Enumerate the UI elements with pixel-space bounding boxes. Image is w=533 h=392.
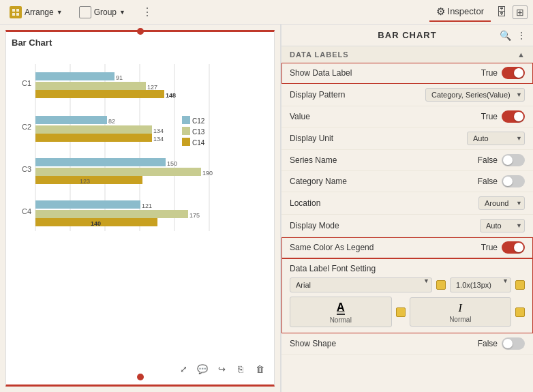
- data-labels-section-header: DATA LABELS ▲: [281, 46, 533, 63]
- delete-button[interactable]: 🗑: [252, 361, 267, 376]
- same-color-legend-value: True: [481, 243, 498, 252]
- svg-rect-44: [182, 116, 190, 124]
- copy-button[interactable]: ⎘: [233, 361, 248, 376]
- same-color-legend-row: Same Color As Legend True: [281, 237, 533, 258]
- svg-rect-20: [35, 72, 115, 80]
- arrange-icon: [10, 6, 22, 18]
- display-pattern-right: Category, Series(Value) Value Category S…: [425, 88, 525, 102]
- display-pattern-select[interactable]: Category, Series(Value) Value Category S…: [425, 88, 525, 102]
- data-labels-title: DATA LABELS: [290, 50, 349, 59]
- italic-button[interactable]: I Normal: [410, 297, 512, 327]
- show-shape-right: False: [478, 337, 525, 350]
- arrange-chevron-icon: ▼: [57, 9, 63, 16]
- value-row: Value True: [281, 106, 533, 127]
- gear-icon: ⚙: [436, 5, 445, 18]
- group-button[interactable]: Group ▼: [75, 3, 130, 21]
- main-area: Bar Chart C1 C2 C3 C4 0 40 80 120: [0, 25, 533, 392]
- font-family-select[interactable]: Arial Times New Roman Verdana Calibri: [290, 277, 432, 292]
- display-unit-row: Display Unit Auto Thousands Millions Bil…: [281, 127, 533, 150]
- svg-text:150: 150: [167, 160, 177, 167]
- inspector-panel-title: BAR CHART: [378, 30, 436, 40]
- arrange-button[interactable]: Arrange ▼: [5, 3, 67, 21]
- value-label: Value: [290, 112, 310, 121]
- italic-color-swatch[interactable]: [515, 307, 525, 317]
- svg-rect-30: [35, 134, 152, 142]
- display-mode-select-wrapper: Auto Normal All ▼: [480, 219, 525, 232]
- svg-text:C2: C2: [22, 123, 31, 131]
- svg-text:148: 148: [166, 92, 176, 99]
- side-panel-icon[interactable]: ⊞: [513, 5, 528, 19]
- show-data-label-toggle[interactable]: [502, 67, 525, 79]
- svg-text:40: 40: [66, 234, 74, 235]
- font-size-select[interactable]: 1.0x(13px) 0.8x(10px) 1.2x(16px) 1.5x(20…: [450, 277, 511, 292]
- inspector-tab[interactable]: ⚙ Inspector: [429, 3, 491, 22]
- svg-text:0: 0: [33, 234, 37, 235]
- more-options-button[interactable]: ⋮: [138, 5, 157, 18]
- show-data-label-label: Show Data Label: [290, 68, 352, 78]
- location-right: Around Inside Outside Center ▼: [478, 196, 525, 210]
- display-mode-row: Display Mode Auto Normal All ▼: [281, 215, 533, 237]
- display-mode-right: Auto Normal All ▼: [480, 219, 525, 232]
- chart-top-handle[interactable]: [137, 28, 144, 35]
- italic-label: Normal: [449, 316, 471, 323]
- location-label: Location: [290, 198, 320, 208]
- category-name-toggle[interactable]: [502, 175, 525, 187]
- display-mode-label: Display Mode: [290, 221, 339, 230]
- inspector-more-icon[interactable]: ⋮: [517, 30, 526, 41]
- italic-icon: I: [459, 302, 462, 314]
- chart-title: Bar Chart: [12, 37, 269, 48]
- bold-button[interactable]: A Normal: [290, 297, 392, 327]
- chat-button[interactable]: 💬: [195, 361, 210, 376]
- group-chevron-icon: ▼: [119, 9, 125, 16]
- series-name-toggle[interactable]: [502, 154, 525, 166]
- svg-text:C13: C13: [192, 128, 205, 136]
- svg-rect-46: [182, 127, 190, 135]
- search-icon[interactable]: 🔍: [500, 30, 511, 41]
- series-name-right: False: [478, 154, 525, 166]
- svg-text:C12: C12: [192, 117, 205, 125]
- font-size-color-swatch[interactable]: [515, 280, 525, 290]
- value-right: True: [481, 110, 525, 123]
- svg-rect-2: [12, 13, 15, 16]
- data-labels-collapse-icon[interactable]: ▲: [517, 50, 525, 59]
- svg-text:140: 140: [91, 220, 101, 227]
- svg-text:123: 123: [80, 178, 90, 185]
- svg-rect-48: [182, 138, 190, 146]
- show-shape-toggle[interactable]: [502, 337, 525, 350]
- share-button[interactable]: ↪: [214, 361, 229, 376]
- display-unit-right: Auto Thousands Millions Billions ▼: [467, 132, 525, 145]
- font-style-row: A Normal I Normal: [290, 297, 525, 327]
- show-shape-row: Show Shape False: [281, 333, 533, 355]
- svg-text:200: 200: [204, 234, 215, 235]
- svg-rect-38: [35, 200, 140, 209]
- chart-bottom-handle[interactable]: [137, 374, 144, 380]
- database-icon[interactable]: 🗄: [496, 6, 507, 18]
- svg-text:80: 80: [101, 234, 109, 235]
- show-data-label-row: Show Data Label True: [281, 63, 533, 84]
- fullscreen-button[interactable]: ⤢: [176, 361, 191, 376]
- font-family-select-wrapper: Arial Times New Roman Verdana Calibri ▼: [290, 277, 432, 292]
- svg-rect-28: [35, 125, 152, 134]
- inspector-header: BAR CHART 🔍 ⋮: [281, 25, 533, 46]
- same-color-legend-toggle[interactable]: [502, 241, 525, 254]
- display-mode-select[interactable]: Auto Normal All: [480, 219, 525, 232]
- svg-text:121: 121: [142, 202, 152, 209]
- display-pattern-select-wrapper: Category, Series(Value) Value Category S…: [425, 88, 525, 102]
- bold-color-swatch[interactable]: [396, 307, 406, 317]
- svg-rect-1: [16, 9, 19, 12]
- inspector-panel: BAR CHART 🔍 ⋮ DATA LABELS ▲ Show Data La…: [281, 25, 533, 392]
- font-setting-section: Data Label Font Setting Arial Times New …: [281, 258, 533, 333]
- toolbar-right: ⚙ Inspector 🗄 ⊞: [429, 3, 528, 22]
- show-shape-value: False: [478, 339, 498, 348]
- svg-text:175: 175: [189, 212, 200, 219]
- value-toggle[interactable]: [502, 110, 525, 123]
- arrange-label: Arrange: [25, 7, 54, 17]
- display-unit-select[interactable]: Auto Thousands Millions Billions: [467, 132, 525, 145]
- show-data-label-right: True: [481, 67, 525, 79]
- location-select[interactable]: Around Inside Outside Center: [478, 196, 525, 210]
- svg-text:C14: C14: [192, 139, 205, 147]
- chart-panel: Bar Chart C1 C2 C3 C4 0 40 80 120: [0, 25, 281, 392]
- value-value: True: [481, 112, 498, 121]
- group-label: Group: [94, 7, 117, 17]
- font-color-swatch[interactable]: [436, 280, 446, 290]
